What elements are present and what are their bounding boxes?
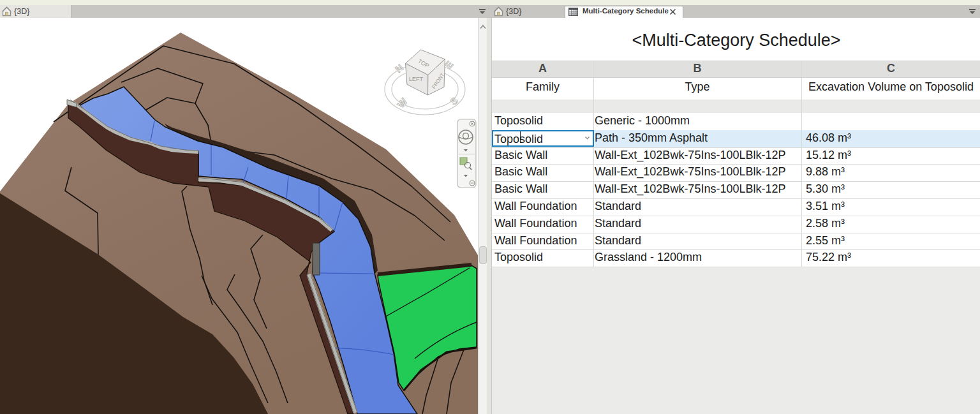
svg-text:LEFT: LEFT [409,76,424,82]
svg-text:S: S [448,94,460,107]
